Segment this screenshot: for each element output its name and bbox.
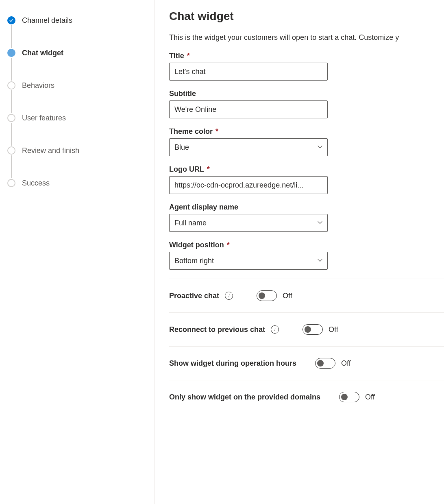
theme-color-label: Theme color * <box>169 127 444 136</box>
toggle-domains: Only show widget on the provided domains… <box>169 380 444 414</box>
required-mark: * <box>187 52 190 60</box>
operation-hours-state: Off <box>341 359 351 368</box>
reconnect-label: Reconnect to previous chat <box>169 325 265 334</box>
domains-toggle[interactable] <box>339 392 359 402</box>
field-logo-url: Logo URL * <box>169 165 444 194</box>
agent-display-name-label: Agent display name <box>169 203 444 212</box>
required-mark: * <box>215 127 218 135</box>
domains-label: Only show widget on the provided domains <box>169 393 320 401</box>
step-chat-widget[interactable]: Chat widget <box>7 49 146 81</box>
step-behaviors[interactable]: Behaviors <box>7 81 146 114</box>
label-text: Logo URL <box>169 165 204 173</box>
widget-position-label: Widget position * <box>169 241 444 249</box>
step-user-features[interactable]: User features <box>7 114 146 146</box>
theme-color-select[interactable]: Blue <box>169 138 328 156</box>
field-agent-display-name: Agent display name Full name <box>169 203 444 232</box>
toggle-knob <box>317 360 324 367</box>
toggle-reconnect: Reconnect to previous chat i Off <box>169 313 444 346</box>
step-success[interactable]: Success <box>7 179 146 187</box>
reconnect-toggle[interactable] <box>303 324 323 335</box>
proactive-chat-label: Proactive chat <box>169 292 219 300</box>
step-label: Success <box>22 179 50 187</box>
logo-url-input[interactable] <box>169 176 328 194</box>
toggle-operation-hours: Show widget during operation hours Off <box>169 347 444 380</box>
required-mark: * <box>207 165 210 173</box>
main-content: Chat widget This is the widget your cust… <box>155 0 444 504</box>
step-label: User features <box>22 114 66 122</box>
field-theme-color: Theme color * Blue <box>169 127 444 156</box>
widget-position-select[interactable]: Bottom right <box>169 252 328 270</box>
domains-state: Off <box>365 393 375 401</box>
subtitle-input[interactable] <box>169 100 328 118</box>
pending-step-icon <box>7 81 15 89</box>
field-widget-position: Widget position * Bottom right <box>169 241 444 270</box>
toggle-knob <box>341 394 348 400</box>
label-text: Title <box>169 52 184 60</box>
label-text: Widget position <box>169 241 224 249</box>
operation-hours-toggle[interactable] <box>315 358 335 369</box>
field-title: Title * <box>169 52 444 81</box>
pending-step-icon <box>7 146 15 155</box>
step-list: Channel details Chat widget Behaviors Us… <box>7 16 146 187</box>
toggle-proactive-chat: Proactive chat i Off <box>169 279 444 312</box>
page-description: This is the widget your customers will o… <box>169 33 444 42</box>
info-icon[interactable]: i <box>225 292 233 300</box>
toggle-knob <box>305 326 311 333</box>
field-subtitle: Subtitle <box>169 89 444 118</box>
proactive-chat-toggle[interactable] <box>257 290 277 301</box>
logo-url-label: Logo URL * <box>169 165 444 174</box>
wizard-sidebar: Channel details Chat widget Behaviors Us… <box>0 0 155 504</box>
step-label: Review and finish <box>22 146 79 155</box>
title-input[interactable] <box>169 63 328 81</box>
step-label: Chat widget <box>22 49 63 57</box>
toggle-knob <box>259 292 265 299</box>
label-text: Theme color <box>169 127 213 135</box>
page-title: Chat widget <box>169 10 444 23</box>
pending-step-icon <box>7 114 15 122</box>
checkmark-icon <box>7 16 15 24</box>
subtitle-label: Subtitle <box>169 89 444 98</box>
pending-step-icon <box>7 179 15 187</box>
step-label: Channel details <box>22 16 72 24</box>
required-mark: * <box>227 241 230 249</box>
step-channel-details[interactable]: Channel details <box>7 16 146 49</box>
operation-hours-label: Show widget during operation hours <box>169 359 296 368</box>
proactive-chat-state: Off <box>283 292 292 300</box>
info-icon[interactable]: i <box>271 325 279 334</box>
active-step-icon <box>7 49 15 57</box>
agent-display-name-select[interactable]: Full name <box>169 214 328 232</box>
reconnect-state: Off <box>329 325 338 334</box>
step-review-finish[interactable]: Review and finish <box>7 146 146 179</box>
title-label: Title * <box>169 52 444 60</box>
step-label: Behaviors <box>22 81 54 89</box>
